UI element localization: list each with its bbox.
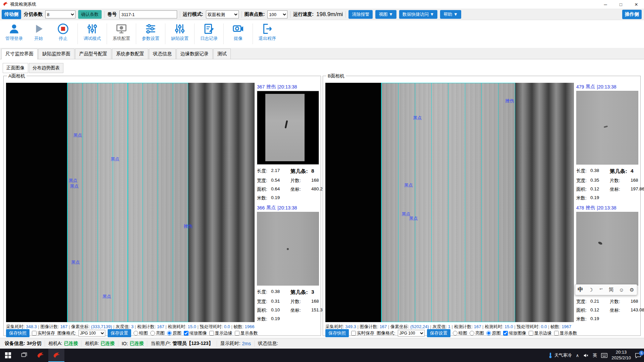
save-settings-button[interactable]: 保存设置 [108, 329, 131, 337]
roll-number-input[interactable] [119, 10, 177, 18]
task-view-icon[interactable] [16, 349, 32, 362]
clock[interactable]: 20:13 2025/2/10 [611, 350, 631, 361]
drive-side-button[interactable]: 传动侧 [2, 10, 21, 19]
exit-program-button[interactable]: 退出程序 [257, 23, 277, 42]
detection-strips-region [67, 83, 188, 322]
coord-label: 坐标: [610, 307, 631, 313]
ime-fullwidth-icon[interactable]: ☽ [586, 287, 596, 293]
taskbar-app-icon-active[interactable] [48, 349, 64, 362]
save-settings-button[interactable]: 保存设置 [427, 329, 450, 337]
camera-b-image[interactable]: 黑点挫伤黑点黑点黑点 [325, 83, 574, 322]
help-menu-button[interactable]: 帮助 ▼ [440, 10, 461, 19]
tray-expand-icon[interactable]: ∧ [576, 353, 579, 358]
bright-image-radio[interactable]: 亮图 [470, 330, 484, 336]
show-count-checkbox[interactable]: 显示条数 [554, 330, 577, 336]
start-button[interactable]: 开始 [29, 23, 49, 42]
defect-card[interactable]: 367 挫伤 |20:13:38 长度:2.17 第几条:8 宽度:0.54 片… [257, 83, 319, 201]
area-label: 面积: [576, 186, 590, 192]
outer-strips-region [515, 83, 574, 322]
original-image-radio[interactable]: 原图 [167, 330, 181, 336]
realtime-save-checkbox[interactable]: 实时保存 [32, 330, 55, 336]
tab-test[interactable]: 测试 [213, 49, 231, 59]
touch-keyboard-icon[interactable] [601, 353, 607, 358]
ime-language-mode-button[interactable]: 中 [575, 286, 586, 293]
camera-a-image[interactable]: 黑点黑点黑点黑点挫伤黑点黑点 [6, 83, 255, 322]
app-status-bar: 设备信息:3#分切 相机A:已连接 相机B:已连接 IO:已连接 当前用户:管理… [0, 338, 644, 349]
subtab-front-image[interactable]: 正面图像 [3, 63, 28, 73]
main-tab-strip: 尺寸监控界面 缺陷监控界面 产品型号配置 系统参数配置 状态信息 边缘数据记录 … [0, 48, 644, 59]
realtime-save-input[interactable] [351, 331, 356, 336]
width-value: 0.31 [271, 299, 290, 305]
dark-image-radio[interactable]: 暗图 [453, 330, 467, 336]
start-button[interactable] [0, 349, 16, 362]
save-snapshot-button[interactable]: 保存快照 [6, 329, 30, 337]
zoom-image-checkbox[interactable]: 缩放图像 [184, 330, 207, 336]
original-image-radio[interactable]: 原图 [486, 330, 501, 336]
stop-icon [57, 23, 69, 35]
material-patch [577, 212, 638, 285]
tab-product-model-config[interactable]: 产品型号配置 [75, 49, 111, 59]
maximize-button[interactable]: □ [613, 0, 629, 9]
confirm-count-button[interactable]: 确认条数 [78, 10, 102, 19]
ime-settings-icon[interactable]: ⚙ [627, 287, 637, 293]
volume-muted-icon[interactable] [583, 353, 589, 358]
ime-punctuation-icon[interactable]: °’ [596, 287, 606, 293]
area-label: 面积: [257, 307, 271, 313]
realtime-save-input[interactable] [32, 331, 37, 336]
view-menu-button[interactable]: 视图 ▼ [375, 10, 396, 19]
param-settings-button[interactable]: 参数设置 [141, 23, 161, 42]
admin-login-button[interactable]: 管理登录 [4, 23, 24, 42]
language-indicator[interactable]: 英 [593, 352, 597, 358]
top-toolbar: 传动侧 分切条数 8 确认条数 卷号 运行模式: 双面检测 图表点数: 100 … [0, 9, 644, 20]
dark-image-radio[interactable]: 暗图 [133, 330, 148, 336]
stop-button[interactable]: 停止 [53, 23, 73, 42]
tab-status-info[interactable]: 状态信息 [149, 49, 176, 59]
capture-button[interactable]: 提像 [228, 23, 248, 42]
log-record-button[interactable]: 日志记录 [199, 23, 219, 42]
taskbar-tray: 天气寒冷 ∧ 英 20:13 2025/2/10 6 [545, 349, 644, 362]
area-value: 0.12 [590, 186, 610, 192]
clear-alarm-button[interactable]: 清除报警 [348, 10, 373, 19]
tab-defect-monitor[interactable]: 缺陷监控界面 [38, 49, 74, 59]
defect-annotation: 黑点 [413, 115, 422, 121]
defect-card[interactable]: 366 黑点 |20:13:38 长度:0.38 第几条:3 宽度:0.31 片… [257, 204, 319, 322]
debug-mode-button[interactable]: 调试模式 [82, 23, 102, 42]
show-count-checkbox[interactable]: 显示条数 [235, 330, 258, 336]
realtime-save-checkbox[interactable]: 实时保存 [351, 330, 374, 336]
slit-count-select[interactable]: 8 [45, 10, 75, 18]
subtab-trend-chart[interactable]: 分布趋势图表 [29, 63, 63, 73]
meters-value: 0.19 [271, 195, 290, 201]
weather-item[interactable]: 天气寒冷 [548, 352, 572, 358]
defect-card[interactable]: 478 挫伤 |20:13:38 长度:0.57 第几条:3 宽度:0.21 片… [576, 204, 638, 322]
image-format-select[interactable]: JPG 100 [398, 330, 425, 337]
ime-simplified-button[interactable]: 简 [606, 287, 616, 293]
defect-card[interactable]: 479 黑点 |20:13:38 长度:0.38 第几条:4 宽度:0.35 片… [576, 83, 638, 201]
tab-system-param-config[interactable]: 系统参数配置 [112, 49, 148, 59]
taskbar-app-icon[interactable] [32, 349, 48, 362]
bright-image-radio[interactable]: 亮图 [150, 330, 165, 336]
save-snapshot-button[interactable]: 保存快照 [325, 329, 349, 337]
chart-points-select[interactable]: 100 [267, 10, 287, 18]
zoom-image-checkbox[interactable]: 缩放图像 [503, 330, 526, 336]
close-button[interactable]: ✕ [629, 0, 644, 9]
tab-size-monitor[interactable]: 尺寸监控界面 [1, 49, 38, 59]
defect-settings-button[interactable]: 缺陷设置 [170, 23, 190, 42]
minimize-button[interactable]: ─ [598, 0, 613, 9]
data-quick-access-button[interactable]: 数据快捷访问 ▼ [399, 10, 437, 19]
defect-annotation: 黑点 [409, 216, 418, 222]
meters-label: 米数: [257, 316, 271, 322]
tab-edge-data-record[interactable]: 边缘数据记录 [176, 49, 213, 59]
image-format-select[interactable]: JPG 100 [78, 330, 105, 337]
show-edge-checkbox[interactable]: 显示边缘 [209, 330, 232, 336]
defect-id: 478 [576, 205, 584, 210]
operate-side-button[interactable]: 操作侧 [622, 10, 642, 19]
coord-label: 坐标: [290, 307, 311, 313]
notification-center-icon[interactable]: 6 [635, 353, 641, 358]
show-edge-checkbox[interactable]: 显示边缘 [529, 330, 552, 336]
camera-b-connection: 相机B:已连接 [82, 341, 118, 347]
run-mode-select[interactable]: 双面检测 [206, 10, 239, 18]
strip-label: 第几条: [290, 168, 311, 175]
size-monitor-page: 正面图像 分布趋势图表 A面相机 黑点黑点黑点黑点挫伤黑点黑点 367 挫伤 |… [0, 59, 644, 338]
system-config-button[interactable]: 系统配置 [111, 23, 131, 42]
ime-emoji-icon[interactable]: ☺ [616, 287, 627, 293]
